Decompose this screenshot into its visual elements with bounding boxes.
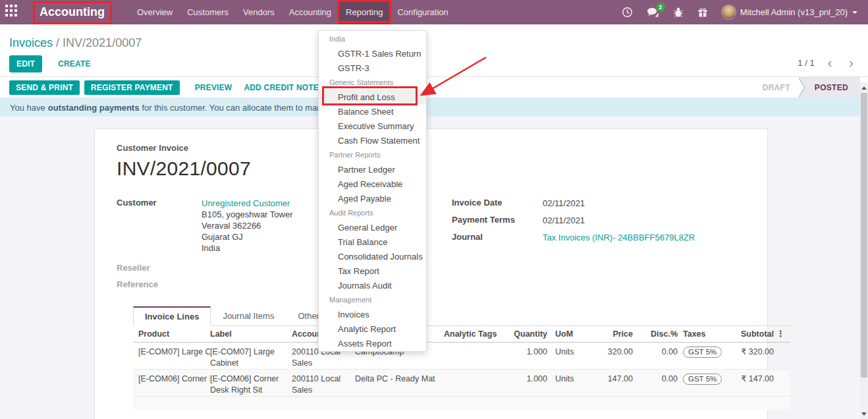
tax-badge: GST 5% — [683, 374, 722, 385]
statusbar-action-button[interactable]: REGISTER PAYMENT — [84, 80, 180, 95]
scroll-up-icon[interactable] — [860, 83, 868, 92]
col-header-taxes[interactable]: Taxes — [678, 329, 728, 340]
stage-draft[interactable]: DRAFT — [751, 77, 799, 98]
reporting-dropdown-menu: India GSTR-1 Sales Return GSTR-3 Generic… — [318, 30, 427, 352]
gift-icon[interactable] — [697, 7, 708, 18]
reporting-menu-entry[interactable]: Management — [319, 293, 426, 307]
col-header-label[interactable]: Label — [210, 329, 292, 340]
reporting-menu-entry[interactable]: Journals Audit — [319, 278, 426, 293]
user-avatar — [722, 5, 736, 19]
reporting-menu-entry[interactable]: Cash Flow Statement — [319, 133, 426, 148]
invoice-card: Customer Invoice INV/2021/0007 Customer … — [94, 128, 768, 419]
edit-button[interactable]: EDIT — [9, 55, 42, 72]
messages-icon[interactable]: 2 — [647, 7, 659, 18]
app-menu-item[interactable]: Overview — [130, 0, 180, 24]
optional-columns-icon[interactable]: ⋮ — [776, 329, 785, 339]
field-label: Journal — [452, 232, 543, 243]
field-label: Payment Terms — [452, 215, 543, 226]
invoice-lines-table: Product Label Account Analytic Account A… — [133, 326, 790, 410]
user-menu[interactable]: Mitchell Admin (v13_pnl_20) — [722, 5, 857, 19]
col-header-price[interactable]: Price — [592, 329, 633, 340]
invoice-line-row[interactable]: [E-COM07] Large Ca... [E-COM07] Large Ca… — [133, 343, 790, 370]
statusbar: SEND & PRINTREGISTER PAYMENT PREVIEWADD … — [0, 76, 868, 98]
reporting-menu-entry[interactable]: Trial Balance — [319, 235, 426, 249]
cell-quantity: 1.000 — [504, 347, 547, 369]
vertical-scrollbar[interactable] — [860, 82, 868, 419]
cell-analytic-account: Delta PC - Ready Mat — [355, 374, 444, 396]
cell-account: 200110 Local Sales — [292, 374, 355, 396]
address-line: Veraval 362266 — [202, 220, 293, 231]
col-header-quantity[interactable]: Quantity — [504, 329, 547, 340]
breadcrumb-parent-link[interactable]: Invoices — [9, 36, 53, 49]
tab[interactable]: Invoice Lines — [133, 306, 211, 326]
field-row: Invoice Date 02/11/2021 — [452, 198, 695, 209]
reseller-field-label: Reseller — [117, 263, 202, 273]
cell-product: [E-COM07] Large Ca... — [133, 347, 210, 369]
app-brand[interactable]: Accounting — [38, 3, 106, 22]
tab[interactable]: Journal Items — [211, 306, 286, 326]
invoice-line-row[interactable]: [E-COM06] Corner D... [E-COM06] Corner D… — [133, 370, 790, 397]
cell-taxes: GST 5% — [678, 374, 728, 396]
control-buttons-row: EDIT CREATE 1 / 1 ‹ › — [0, 51, 868, 76]
col-header-subtotal[interactable]: Subtotal — [728, 329, 774, 340]
pager-value[interactable]: 1 / 1 — [798, 58, 814, 68]
address-line: India — [202, 242, 293, 254]
reporting-menu-entry[interactable]: GSTR-3 — [319, 61, 426, 75]
statusbar-action-button[interactable]: PREVIEW — [194, 79, 234, 96]
scrollbar-thumb[interactable] — [861, 93, 867, 377]
field-value: 02/11/2021 — [543, 198, 585, 209]
address-line: B105, yogeshwar Tower — [202, 209, 293, 220]
outstanding-payments-alert: You have outstanding payments for this c… — [0, 98, 868, 117]
form-view-background: Customer Invoice INV/2021/0007 Customer … — [0, 117, 868, 419]
reporting-menu-entry[interactable]: Audit Reports — [319, 206, 426, 220]
reporting-menu-entry[interactable]: Tax Report — [319, 264, 426, 278]
reporting-menu-entry[interactable]: Consolidated Journals — [319, 249, 426, 264]
cell-subtotal: ₹ 147.00 — [728, 374, 774, 396]
col-header-analytic-tags[interactable]: Analytic Tags — [444, 329, 504, 340]
reporting-menu-entry[interactable]: Balance Sheet — [319, 104, 426, 119]
reporting-menu-entry[interactable]: Partner Reports — [319, 148, 426, 162]
reporting-menu-entry[interactable]: Generic Statements — [319, 75, 426, 90]
breadcrumb-separator: / — [56, 36, 63, 49]
app-menu: Overview Customers Vendors Accounting Re… — [130, 0, 456, 24]
reporting-menu-entry[interactable]: Invoices — [319, 307, 426, 321]
col-header-uom[interactable]: UoM — [551, 329, 592, 340]
alert-text: You have — [10, 103, 45, 113]
cell-quantity: 1.000 — [504, 374, 547, 396]
create-button[interactable]: CREATE — [57, 55, 92, 72]
topbar-right: 2 Mitchell Admin (v13_pnl_20) — [622, 5, 868, 19]
app-menu-item[interactable]: Reporting — [339, 0, 390, 24]
reporting-menu-entry[interactable]: Aged Payable — [319, 191, 426, 206]
reporting-menu-entry[interactable]: Executive Summary — [319, 119, 426, 133]
app-menu-item[interactable]: Customers — [180, 0, 236, 24]
pager-next-icon[interactable]: › — [845, 56, 857, 69]
scroll-down-icon[interactable] — [860, 409, 868, 418]
messages-badge: 2 — [656, 3, 665, 12]
activities-clock-icon[interactable] — [622, 7, 633, 18]
customer-link[interactable]: Unregistered Customer — [202, 198, 293, 209]
stage-posted[interactable]: POSTED — [799, 77, 860, 98]
reporting-menu-entry[interactable]: General Ledger — [319, 220, 426, 235]
app-menu-item[interactable]: Configuration — [390, 0, 455, 24]
invoice-number: INV/2021/0007 — [117, 157, 767, 180]
reporting-menu-entry[interactable]: Analytic Report — [319, 321, 426, 336]
reporting-menu-entry[interactable]: Assets Report — [319, 336, 426, 350]
tax-badge: GST 5% — [683, 347, 722, 358]
cell-uom: Units — [551, 347, 592, 369]
app-menu-item[interactable]: Accounting — [282, 0, 339, 24]
pager-previous-icon[interactable]: ‹ — [824, 56, 836, 69]
document-type-label: Customer Invoice — [117, 143, 767, 153]
col-header-disc[interactable]: Disc.% — [633, 329, 678, 340]
reporting-menu-entry[interactable]: Partner Ledger — [319, 162, 426, 177]
cell-uom: Units — [551, 374, 592, 396]
col-header-product[interactable]: Product — [133, 329, 210, 340]
app-menu-item[interactable]: Vendors — [236, 0, 282, 24]
reporting-menu-entry[interactable]: Profit and Loss — [319, 90, 426, 104]
bug-icon[interactable] — [673, 7, 684, 18]
pager: 1 / 1 ‹ › — [798, 56, 857, 69]
statusbar-action-button[interactable]: SEND & PRINT — [9, 80, 80, 95]
reporting-menu-entry[interactable]: GSTR-1 Sales Return — [319, 46, 426, 61]
reporting-menu-entry[interactable]: India — [319, 32, 426, 46]
reporting-menu-entry[interactable]: Aged Receivable — [319, 177, 426, 191]
statusbar-action-button[interactable]: ADD CREDIT NOTE — [242, 79, 320, 96]
